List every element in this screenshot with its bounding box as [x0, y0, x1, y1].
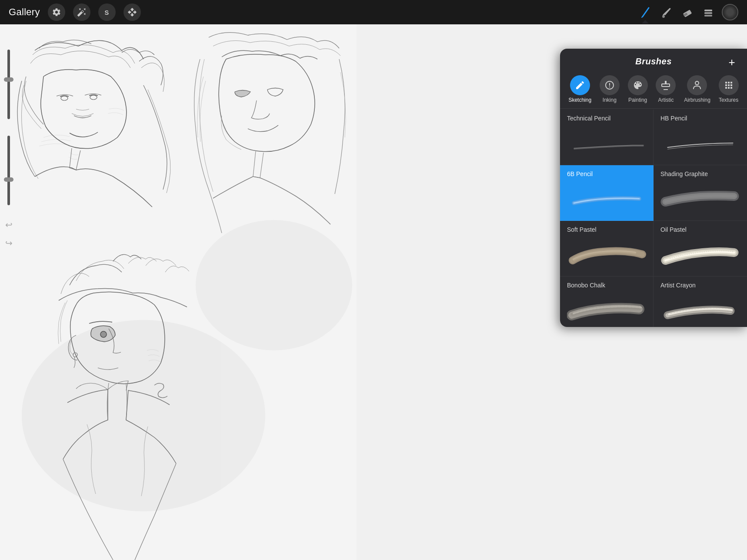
brush-name-shading-graphite: Shading Graphite [660, 170, 740, 177]
airbrushing-icon [692, 80, 702, 90]
brush-name-oil-pastel: Oil Pastel [660, 226, 740, 233]
brush-preview-artist-crayon [660, 293, 740, 327]
size-slider[interactable] [7, 136, 10, 205]
svg-point-12 [196, 220, 352, 350]
layers-icon [701, 5, 716, 20]
brush-list: Technical Pencil HB Pencil [560, 109, 747, 327]
brush-name-hb-pencil: HB Pencil [660, 115, 740, 122]
soft-pastel-stroke [567, 242, 646, 268]
inking-icon [604, 80, 615, 90]
artistic-icon-wrap [656, 75, 676, 95]
painting-label: Painting [628, 97, 647, 103]
svg-text:S: S [104, 9, 109, 16]
toolbar-right [637, 4, 738, 20]
brush-name-technical-pencil: Technical Pencil [567, 115, 646, 122]
brush-preview-soft-pastel [567, 237, 646, 273]
wrench-icon [52, 7, 61, 17]
pencil-active-icon [637, 4, 653, 20]
brush-6b-pencil[interactable]: 6B Pencil [560, 165, 654, 221]
active-tool-indicator [642, 20, 649, 23]
brush-name-soft-pastel: Soft Pastel [567, 226, 646, 233]
tab-inking[interactable]: Inking [596, 73, 623, 105]
brush-bonobo-chalk[interactable]: Bonobo Chalk [560, 277, 654, 327]
brush-technical-pencil[interactable]: Technical Pencil [560, 110, 654, 165]
brush-name-6b-pencil: 6B Pencil [567, 170, 646, 177]
settings-button[interactable] [48, 3, 65, 21]
brush-hb-pencil[interactable]: HB Pencil [654, 110, 747, 165]
6b-pencil-stroke [567, 187, 646, 213]
svg-rect-8 [704, 15, 712, 17]
undo-button[interactable]: ↩ [1, 217, 16, 232]
brush-soft-pastel[interactable]: Soft Pastel [560, 221, 654, 277]
redo-button[interactable]: ↪ [1, 236, 16, 250]
painting-icon-wrap [628, 75, 648, 95]
tab-artistic[interactable]: Artistic [652, 73, 679, 105]
brush-preview-oil-pastel [660, 237, 740, 273]
oil-pastel-stroke [660, 242, 740, 268]
tab-sketching[interactable]: Sketching [565, 73, 595, 105]
brush-oil-pastel[interactable]: Oil Pastel [654, 221, 747, 277]
brush-icon [659, 5, 674, 20]
airbrushing-icon-wrap [687, 75, 707, 95]
canvas-area: ↩ ↪ Brushes + Sketching [0, 24, 747, 560]
bonobo-chalk-stroke [567, 298, 646, 324]
panel-title: Brushes [635, 57, 672, 67]
sketch-canvas[interactable] [0, 24, 357, 560]
toolbar-left: Gallery S [9, 3, 637, 21]
tab-textures[interactable]: Textures [715, 73, 742, 105]
svg-line-1 [643, 8, 649, 17]
brush-preview-bonobo-chalk [567, 293, 646, 327]
undo-redo-group: ↩ ↪ [1, 217, 16, 250]
pencil-tool-container [637, 4, 653, 20]
brush-preview-6b-pencil [567, 182, 646, 217]
shading-graphite-stroke [660, 187, 740, 213]
airbrushing-label: Airbrushing [684, 97, 710, 103]
tab-painting[interactable]: Painting [624, 73, 651, 105]
eraser-button[interactable] [680, 5, 695, 20]
opacity-thumb[interactable] [4, 77, 13, 82]
wand-icon [77, 7, 87, 17]
magic-wand-button[interactable] [73, 3, 90, 21]
brush-name-artist-crayon: Artist Crayon [660, 282, 740, 289]
svg-point-14 [100, 331, 107, 337]
hb-pencil-stroke [660, 131, 740, 157]
sketching-icon-wrap [570, 75, 590, 95]
gallery-button[interactable]: Gallery [9, 7, 40, 18]
svg-rect-7 [704, 12, 712, 14]
category-tabs: Sketching Inking Painting [560, 72, 747, 109]
artist-crayon-stroke [660, 298, 740, 324]
left-sidebar: ↩ ↪ [0, 46, 17, 250]
pencil-active-button[interactable] [637, 4, 653, 20]
textures-label: Textures [719, 97, 738, 103]
layers-button[interactable] [701, 5, 716, 20]
brush-shading-graphite[interactable]: Shading Graphite [654, 165, 747, 221]
svg-line-2 [642, 16, 643, 17]
opacity-slider[interactable] [7, 50, 10, 119]
user-avatar [722, 4, 738, 20]
brush-preview-technical-pencil [567, 126, 646, 161]
brushes-panel: Brushes + Sketching [560, 49, 747, 327]
technical-pencil-stroke [567, 131, 646, 157]
eraser-icon [680, 5, 695, 20]
sketching-icon [575, 80, 585, 90]
toolbar: Gallery S [0, 0, 747, 24]
tab-airbrushing[interactable]: Airbrushing [680, 73, 714, 105]
brush-artist-crayon[interactable]: Artist Crayon [654, 277, 747, 327]
inking-label: Inking [603, 97, 617, 103]
add-brush-button[interactable]: + [725, 56, 738, 69]
smudge-button[interactable]: S [98, 3, 116, 21]
sketch-artwork [0, 24, 357, 560]
artistic-icon [660, 80, 671, 90]
textures-icon [724, 80, 734, 90]
brush-preview-hb-pencil [660, 126, 740, 161]
sketching-label: Sketching [568, 97, 591, 103]
brush-button[interactable] [659, 5, 674, 20]
size-thumb[interactable] [4, 177, 13, 182]
inking-icon-wrap [600, 75, 620, 95]
move-button[interactable] [123, 3, 141, 21]
svg-point-3 [662, 15, 665, 18]
artistic-label: Artistic [658, 97, 674, 103]
painting-icon [633, 80, 643, 90]
textures-icon-wrap [719, 75, 739, 95]
brush-name-bonobo-chalk: Bonobo Chalk [567, 282, 646, 289]
